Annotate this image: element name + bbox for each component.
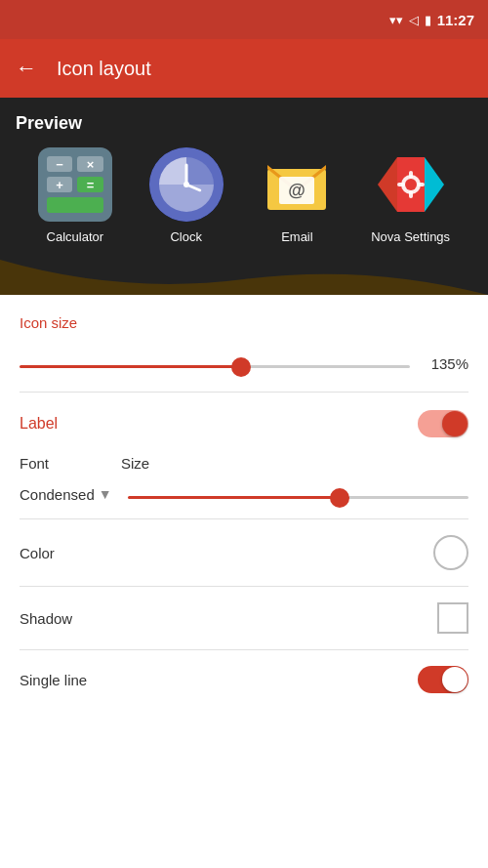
preview-wave: [0, 260, 488, 295]
svg-marker-9: [378, 157, 397, 212]
shadow-checkbox[interactable]: [437, 602, 468, 634]
list-item: Nova Settings: [371, 147, 450, 244]
svg-marker-10: [425, 157, 444, 212]
single-line-toggle[interactable]: [418, 666, 468, 693]
toggle-knob: [442, 411, 468, 436]
svg-text:@: @: [289, 181, 306, 200]
status-icons: ▾▾ ◁ ▮ 11:27: [389, 12, 474, 28]
page-title: Icon layout: [57, 58, 151, 80]
preview-label: Preview: [16, 113, 472, 134]
nova-label: Nova Settings: [371, 229, 450, 244]
font-size-slider-container[interactable]: [112, 485, 468, 503]
size-column-label: Size: [98, 455, 468, 472]
svg-point-13: [405, 179, 417, 190]
condensed-row: Condensed ▼: [0, 481, 488, 518]
back-button[interactable]: ←: [16, 56, 37, 81]
list-item: Clock: [149, 147, 224, 244]
list-item: − × + = Calculator: [38, 147, 112, 244]
list-item: @ Email: [260, 147, 334, 244]
label-toggle[interactable]: [418, 410, 468, 437]
calculator-label: Calculator: [47, 229, 104, 244]
svg-rect-15: [409, 190, 413, 198]
clock-label: Clock: [170, 229, 202, 244]
icon-size-slider-row: 135%: [0, 354, 488, 392]
color-label: Color: [20, 545, 55, 561]
shadow-row: Shadow: [0, 587, 488, 649]
icon-size-section: Icon size 135%: [0, 295, 488, 392]
svg-rect-14: [409, 171, 413, 179]
label-title: Label: [20, 415, 58, 433]
shadow-label: Shadow: [20, 610, 72, 627]
icon-size-title: Icon size: [20, 314, 468, 331]
icon-size-title-row: Icon size: [0, 295, 488, 354]
svg-rect-17: [417, 183, 425, 186]
wave-svg: [0, 260, 488, 295]
signal-icon: ◁: [409, 13, 419, 27]
mini-toggle-knob: [442, 667, 468, 692]
svg-rect-16: [397, 183, 405, 186]
clock-svg: [149, 147, 224, 222]
preview-icons-row: − × + = Calculator: [16, 147, 472, 260]
email-label: Email: [281, 229, 313, 244]
wifi-icon: ▾▾: [389, 13, 403, 27]
calculator-icon: − × + =: [38, 147, 112, 222]
toolbar: ← Icon layout: [0, 39, 488, 98]
status-bar: ▾▾ ◁ ▮ 11:27: [0, 0, 488, 39]
font-dropdown[interactable]: Condensed ▼: [20, 486, 112, 503]
color-row: Color: [0, 519, 488, 586]
nova-icon: [374, 147, 448, 222]
email-svg: @: [260, 147, 334, 222]
icon-size-slider[interactable]: [20, 365, 410, 368]
preview-section: Preview − × + = Calculator: [0, 98, 488, 260]
svg-point-3: [183, 182, 189, 187]
label-section: Label: [0, 393, 488, 451]
icon-size-slider-container[interactable]: [20, 354, 410, 372]
icon-size-value: 135%: [426, 355, 468, 372]
color-picker[interactable]: [433, 535, 468, 570]
font-size-slider[interactable]: [128, 496, 468, 499]
single-line-label: Single line: [20, 672, 87, 688]
battery-icon: ▮: [425, 13, 431, 27]
single-line-row: Single line: [0, 650, 488, 701]
status-time: 11:27: [437, 12, 474, 28]
dropdown-arrow-icon: ▼: [99, 486, 112, 502]
nova-svg: [374, 147, 448, 222]
font-value: Condensed: [20, 486, 95, 503]
clock-icon: [149, 147, 224, 222]
email-icon: @: [260, 147, 334, 222]
font-column-label: Font: [20, 455, 98, 472]
font-size-header-row: Font Size: [0, 451, 488, 481]
